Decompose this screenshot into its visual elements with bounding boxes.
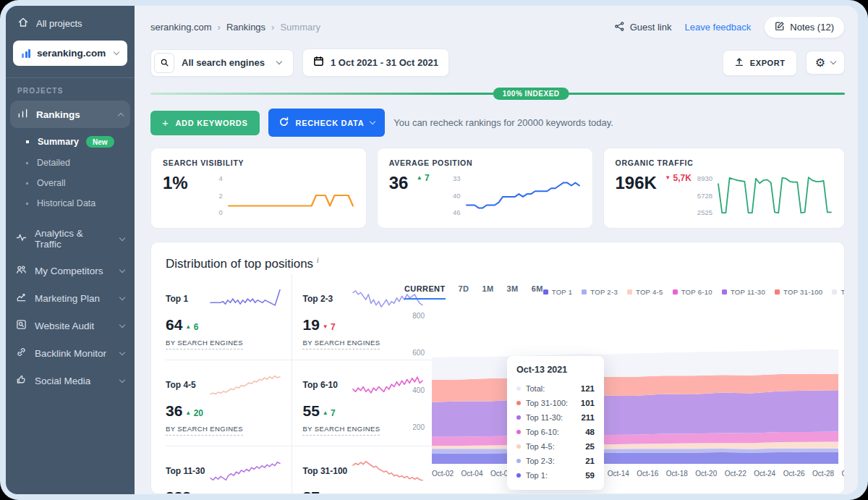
chevron-down-icon (119, 266, 125, 272)
sidebar-item-rankings[interactable]: Rankings (10, 101, 130, 128)
tile-top1: Top 1 64▲ 6 BY SEARCH ENGINES (166, 274, 292, 360)
chevron-down-icon (119, 294, 125, 300)
tooltip-date: Oct-13 2021 (516, 365, 595, 375)
y-axis: 334046 (453, 173, 461, 218)
thumbs-up-icon (16, 374, 27, 387)
legend-top2-3[interactable]: TOP 2-3 (582, 288, 618, 296)
chevron-down-icon (114, 49, 119, 55)
sidebar-subitem-summary[interactable]: Summary New (6, 131, 135, 153)
refresh-icon (278, 116, 289, 129)
chart-tooltip: Oct-13 2021 Total:121 Top 31-100:101 Top… (507, 356, 604, 490)
tab-1m[interactable]: 1M (482, 284, 493, 300)
project-selector[interactable]: seranking.com (13, 41, 127, 66)
sidebar-subitem-historical-data[interactable]: Historical Data (6, 193, 135, 213)
tooltip-row: Top 31-100:101 (516, 396, 595, 410)
bullet (26, 140, 29, 143)
bullet (26, 203, 28, 205)
tab-7d[interactable]: 7D (459, 284, 469, 300)
checklist-icon (16, 292, 27, 305)
sidebar-item-analytics-traffic[interactable]: Analytics & Traffic (6, 221, 135, 257)
legend-top4-5[interactable]: TOP 4-5 (627, 288, 663, 296)
topbar-actions: Guest link Leave feedback Notes (12) (614, 16, 845, 38)
stacked-area-chart[interactable] (432, 315, 838, 464)
date-range-picker[interactable]: 1 Oct 2021 - 31 Oct 2021 (302, 48, 449, 77)
info-icon[interactable]: i (317, 255, 319, 264)
average-position-chart (465, 173, 581, 218)
search-visibility-value: 1% (163, 173, 188, 218)
delta-down: ▼ 5,7K (663, 173, 692, 218)
export-button[interactable]: EXPORT (723, 50, 797, 76)
stacked-area-plot: 800 600 400 200 Oct-02Oct-04 Oct-06Oct-0… (404, 315, 845, 478)
pencil-icon (775, 21, 785, 33)
people-icon (16, 264, 27, 277)
bullet (26, 182, 28, 185)
indexed-progress: 100% INDEXED (150, 88, 845, 99)
delta-up: ▲ 7 (414, 173, 429, 218)
chevron-down-icon (119, 321, 125, 327)
notes-button[interactable]: Notes (12) (764, 16, 845, 38)
leave-feedback-link[interactable]: Leave feedback (685, 22, 752, 33)
legend-top31-100[interactable]: TOP 31-100 (775, 288, 822, 296)
recheck-data-button[interactable]: RECHECK DATA (268, 109, 386, 137)
main-content: seranking.com Rankings Summary Guest lin… (135, 6, 858, 494)
arrow-down-icon: ▼ (665, 174, 671, 181)
sidebar-item-my-competitors[interactable]: My Competitors (6, 257, 135, 284)
gear-icon: ⚙ (815, 56, 825, 69)
share-icon (614, 21, 625, 34)
sidebar-item-marketing-plan[interactable]: Marketing Plan (6, 284, 135, 312)
sidebar-item-social-media[interactable]: Social Media (6, 367, 135, 394)
chevron-down-icon (830, 59, 836, 64)
plus-icon: + (162, 119, 169, 127)
distribution-title: Distribution of top positions i (166, 255, 830, 271)
export-icon (734, 57, 744, 69)
organic-traffic-card: ORGANIC TRAFFIC 196K ▼ 5,7K 893057282525 (603, 148, 845, 229)
settings-button[interactable]: ⚙ (806, 51, 845, 75)
by-search-engines-link[interactable]: BY SEARCH ENGINES (302, 339, 380, 349)
tile-top11-30: Top 11-30 223▲ 35 BY SEARCH ENGINES (166, 446, 292, 494)
top4-5-sparkline (209, 372, 281, 398)
project-name: seranking.com (37, 48, 106, 59)
sidebar-subitem-detailed[interactable]: Detailed (6, 153, 135, 173)
breadcrumb-rankings[interactable]: Rankings (218, 22, 266, 33)
tab-3m[interactable]: 3M (507, 284, 519, 300)
sidebar-item-website-audit[interactable]: Website Audit (6, 312, 135, 339)
project-chart-icon (22, 49, 30, 58)
breadcrumb-project[interactable]: seranking.com (150, 22, 212, 33)
sidebar: All projects seranking.com PROJECTS Rank… (6, 6, 135, 494)
chevron-up-icon (118, 112, 124, 118)
calendar-icon (313, 56, 324, 69)
tab-current[interactable]: CURRENT (404, 284, 446, 300)
legend-top6-10[interactable]: TOP 6-10 (673, 288, 712, 296)
guest-link[interactable]: Guest link (614, 21, 672, 34)
tooltip-row: Top 1:59 (516, 468, 595, 483)
breadcrumb-summary: Summary (271, 22, 320, 33)
distribution-panel: Distribution of top positions i Top 1 64… (150, 242, 845, 494)
y-axis: 420 (218, 173, 222, 218)
average-position-card: AVERAGE POSITION 36 ▲ 7 334046 (377, 148, 593, 229)
by-search-engines-link[interactable]: BY SEARCH ENGINES (302, 425, 380, 436)
chevron-down-icon (119, 349, 125, 355)
audit-search-icon (16, 319, 27, 332)
by-search-engines-link[interactable]: BY SEARCH ENGINES (166, 339, 243, 349)
add-keywords-button[interactable]: + ADD KEYWORDS (150, 111, 260, 135)
search-engines-select[interactable]: All search engines (150, 49, 294, 77)
by-search-engines-link[interactable]: BY SEARCH ENGINES (166, 425, 243, 436)
tooltip-row: Top 2-3:21 (516, 454, 595, 468)
all-projects-link[interactable]: All projects (6, 6, 135, 39)
average-position-value: 36 (389, 173, 409, 218)
sidebar-item-backlink-monitor[interactable]: Backlink Monitor (6, 339, 135, 367)
actions-row: + ADD KEYWORDS RECHECK DATA You can rech… (150, 109, 845, 137)
organic-traffic-value: 196K (616, 173, 657, 218)
legend-top11-30[interactable]: TOP 11-30 (722, 288, 765, 296)
home-icon (17, 17, 29, 30)
position-tiles: Top 1 64▲ 6 BY SEARCH ENGINES Top 2-3 19… (166, 274, 388, 494)
chevron-down-icon (276, 59, 282, 64)
organic-traffic-chart (717, 173, 833, 218)
sidebar-subitem-overall[interactable]: Overall (6, 173, 135, 193)
link-icon (16, 347, 27, 360)
legend-total[interactable]: TOTAL (832, 288, 845, 296)
positions-chart-section: CURRENT 7D 1M 3M 6M TOP 1 TOP 2-3 TOP 4-… (388, 274, 845, 494)
legend-top1[interactable]: TOP 1 (543, 288, 573, 296)
all-projects-label: All projects (36, 18, 82, 29)
tab-6m[interactable]: 6M (532, 284, 543, 300)
